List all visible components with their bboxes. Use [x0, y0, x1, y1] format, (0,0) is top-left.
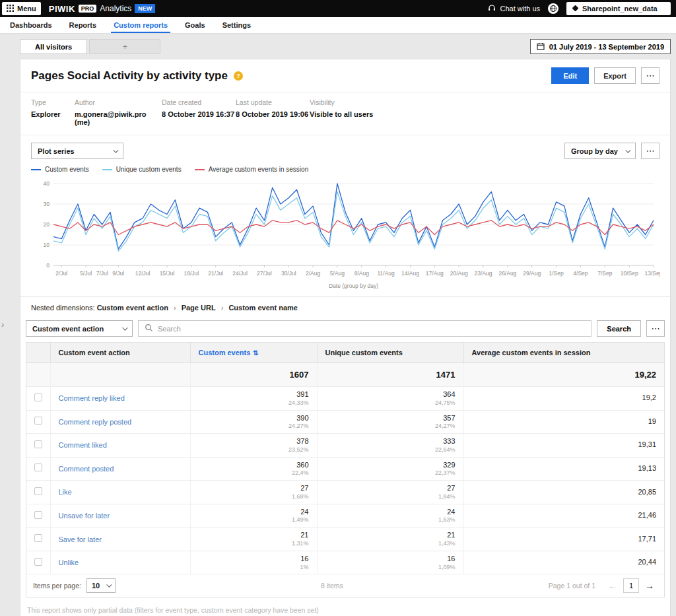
svg-text:Date (group by day): Date (group by day) [329, 283, 378, 289]
tab-settings[interactable]: Settings [214, 17, 259, 33]
search-input[interactable] [158, 325, 585, 333]
svg-text:9/Jul: 9/Jul [112, 270, 124, 277]
next-page-button[interactable]: → [642, 578, 658, 593]
legend-item-unique-custom-events[interactable]: Unique custom events [102, 166, 182, 173]
row-checkbox[interactable] [34, 463, 42, 471]
tab-custom-reports[interactable]: Custom reports [105, 17, 176, 33]
totals-row: 1607 1471 19,22 [26, 363, 664, 387]
dimension-link[interactable]: Save for later [59, 535, 102, 543]
table-row: Comment posted 36022,4% 32922,37% 19,13 [26, 457, 664, 481]
nested-dimensions: Nested dimensions: Custom event action ›… [20, 296, 670, 318]
export-button[interactable]: Export [594, 67, 636, 84]
top-bar: Menu PIWIK PRO Analytics NEW Chat with u… [0, 0, 676, 17]
globe-icon[interactable] [548, 3, 558, 14]
date-range-picker[interactable]: 01 July 2019 - 13 September 2019 [530, 39, 671, 54]
dimension-link[interactable]: Like [59, 488, 72, 496]
segment-button[interactable]: All visitors [20, 39, 87, 54]
chevron-down-icon [625, 147, 630, 153]
dimension-select[interactable]: Custom event action [26, 320, 133, 337]
tab-goals[interactable]: Goals [176, 17, 214, 33]
chart-more-button[interactable]: ⋯ [641, 143, 659, 159]
svg-text:7/Sep: 7/Sep [597, 270, 612, 277]
svg-text:2/Jul: 2/Jul [55, 270, 67, 277]
report-title-row: Pages Social Activity by activity type ?… [20, 59, 670, 92]
more-options-button[interactable]: ⋯ [641, 67, 659, 84]
column-header-unique-custom-events[interactable]: Unique custom events [317, 343, 463, 363]
tab-reports[interactable]: Reports [61, 17, 106, 33]
group-by-select[interactable]: Group by day [564, 143, 636, 159]
partial-data-note: This report shows only partial data (fil… [20, 598, 670, 616]
total-unique-custom-events: 1471 [317, 363, 463, 387]
chart-controls: Plot series Group by day ⋯ [20, 135, 670, 164]
site-icon [572, 5, 578, 13]
header-checkbox-cell [26, 343, 50, 363]
svg-text:5/Aug: 5/Aug [330, 270, 345, 277]
headset-icon [488, 4, 496, 13]
meta-date-created: Date created 8 October 2019 16:37 [162, 98, 236, 126]
table-header-row: Custom event action Custom events⇅ Uniqu… [26, 343, 664, 363]
legend-label: Unique custom events [116, 166, 182, 173]
page-number-button[interactable]: 1 [623, 578, 639, 593]
column-header-custom-events[interactable]: Custom events⇅ [190, 343, 317, 363]
brand-name: PIWIK [49, 4, 75, 14]
page-title: Pages Social Activity by activity type [31, 69, 228, 83]
search-button[interactable]: Search [597, 320, 641, 337]
report-table: Custom event action Custom events⇅ Uniqu… [26, 343, 664, 574]
pager: ← 1 → [605, 578, 658, 593]
total-custom-events: 1607 [190, 363, 317, 387]
tab-dashboards[interactable]: Dashboards [1, 17, 61, 33]
svg-text:27/Jul: 27/Jul [257, 270, 272, 277]
svg-text:24/Jul: 24/Jul [232, 270, 248, 277]
dimension-link[interactable]: Comment posted [59, 465, 114, 473]
add-segment-button[interactable]: + [89, 39, 160, 54]
site-name: Sharepoint_new_data [582, 5, 658, 13]
report-meta: Type Explorer Author m.gonera@piwik.pro … [20, 92, 670, 135]
legend-item-average-custom-events[interactable]: Average custom events in session [195, 166, 309, 173]
dimension-link[interactable]: Comment liked [59, 441, 107, 449]
legend-item-custom-events[interactable]: Custom events [31, 166, 89, 173]
meta-last-update: Last update 8 October 2019 19:06 [236, 98, 310, 126]
row-checkbox[interactable] [34, 394, 42, 401]
dimension-link[interactable]: Comment reply posted [59, 418, 132, 426]
table-row: Unsave for later 241,49% 241,63% 21,46 [26, 504, 664, 528]
row-checkbox[interactable] [34, 417, 42, 425]
edit-button[interactable]: Edit [551, 67, 589, 84]
sidebar-expander[interactable]: › [1, 320, 4, 329]
row-checkbox[interactable] [34, 511, 42, 519]
svg-text:12/Jul: 12/Jul [135, 270, 151, 277]
site-switcher[interactable]: Sharepoint_new_data [566, 2, 671, 15]
svg-text:40: 40 [44, 180, 50, 187]
table-row: Comment liked 37823,52% 33322,64% 19,31 [26, 434, 664, 458]
table-more-button[interactable]: ⋯ [646, 320, 665, 337]
chevron-down-icon [113, 147, 118, 153]
table-row: Comment reply liked 39124,33% 36424,75% … [26, 387, 664, 411]
plot-series-select[interactable]: Plot series [31, 143, 123, 159]
dimension-link[interactable]: Unlike [59, 559, 79, 566]
dimension-link[interactable]: Unsave for later [59, 512, 110, 520]
row-checkbox[interactable] [34, 534, 42, 542]
svg-text:13/Sep: 13/Sep [645, 270, 660, 277]
svg-text:5/Jul: 5/Jul [80, 270, 92, 277]
table-controls: Custom event action Search ⋯ [20, 318, 670, 342]
svg-text:20: 20 [44, 221, 50, 228]
total-average: 19,22 [463, 363, 664, 387]
column-header-dimension[interactable]: Custom event action [50, 343, 190, 363]
dimension-link[interactable]: Comment reply liked [59, 394, 125, 402]
row-checkbox[interactable] [34, 558, 42, 566]
chat-button[interactable]: Chat with us [488, 4, 540, 13]
prev-page-button[interactable]: ← [605, 578, 621, 593]
row-checkbox[interactable] [34, 487, 42, 495]
sort-icon: ⇅ [253, 349, 258, 357]
menu-button[interactable]: Menu [2, 2, 41, 15]
table-footer: Items per page: 10 8 items Page 1 out of… [26, 574, 664, 597]
report-card: Pages Social Activity by activity type ?… [20, 59, 671, 616]
info-icon[interactable]: ? [234, 71, 243, 81]
items-per-page-select[interactable]: 10 [86, 578, 116, 593]
menu-label: Menu [17, 5, 36, 13]
row-checkbox[interactable] [34, 440, 42, 448]
legend-label: Custom events [45, 166, 89, 173]
svg-text:21/Jul: 21/Jul [208, 270, 223, 277]
svg-text:15/Jul: 15/Jul [160, 270, 175, 277]
column-header-average-custom-events[interactable]: Average custom events in session [463, 343, 664, 363]
legend-swatch [31, 169, 41, 170]
